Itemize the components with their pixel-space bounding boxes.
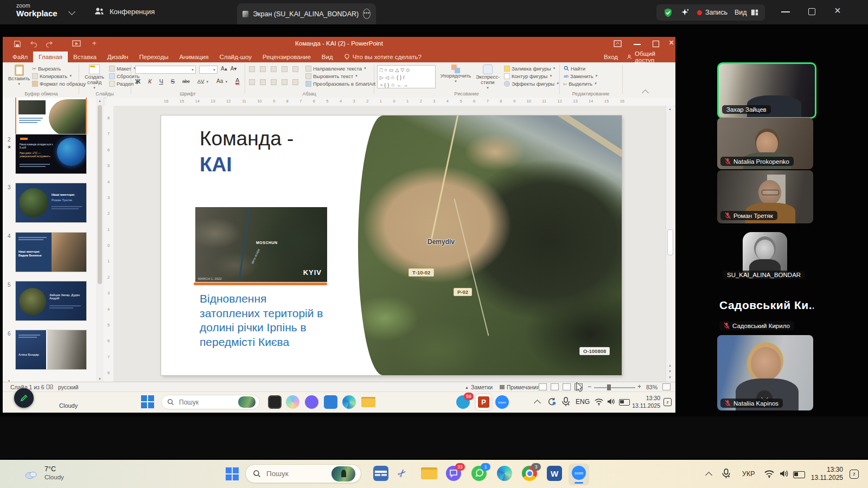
participant-video-kapinos[interactable]: Nataliia Kapinos	[717, 335, 813, 410]
new-slide-button[interactable]: Создать слайд▼	[82, 65, 107, 91]
normal-view-button[interactable]	[539, 383, 547, 390]
thumbnail-slide-4[interactable]: Наші ментори:Вадим Беленок	[15, 232, 87, 272]
shared-folder-icon[interactable]	[361, 397, 375, 407]
window-close-button[interactable]: ×	[834, 4, 841, 17]
folder-icon[interactable]	[421, 467, 437, 479]
increase-indent-button[interactable]	[282, 66, 288, 72]
inset-satellite-image[interactable]: MOSCHUN IRPIN RIVER KYIV MARCH 1, 2022	[195, 207, 327, 282]
comments-button[interactable]: Примечания	[500, 384, 540, 390]
viber-icon[interactable]: 33	[446, 466, 461, 481]
window-minimize-button[interactable]	[781, 11, 790, 12]
format-painter-button[interactable]: Формат по образцу	[32, 80, 86, 87]
tab-insert[interactable]: Вставка	[68, 52, 102, 62]
decrease-indent-button[interactable]	[271, 66, 277, 72]
tab-view[interactable]: Вид	[316, 52, 339, 62]
bold-button[interactable]: Ж	[135, 78, 141, 85]
font-name-input[interactable]: ▼	[135, 66, 196, 74]
columns-button[interactable]	[292, 79, 298, 85]
main-satellite-map[interactable]: Demydiv Т-10-02 Р-02 О-100808	[358, 115, 622, 375]
sign-in-button[interactable]: Вход	[598, 52, 623, 62]
shared-powerpoint-icon[interactable]: P	[476, 394, 492, 410]
underline-button[interactable]: Ч	[159, 78, 163, 85]
shadow-button[interactable]: abc	[182, 79, 190, 84]
vertical-ruler[interactable]: 87654321012345678	[104, 106, 114, 382]
host-weather-condition[interactable]: Cloudy	[44, 474, 64, 480]
shared-start-button[interactable]	[141, 395, 154, 408]
language-indicator[interactable]: русский	[58, 384, 79, 390]
slide-scrollbar-thumb[interactable]	[667, 229, 673, 255]
numbering-button[interactable]	[260, 66, 266, 72]
bing-daily-image[interactable]	[238, 396, 256, 408]
shared-edge-icon[interactable]	[342, 395, 356, 409]
calculator-icon[interactable]	[373, 466, 388, 481]
align-left-button[interactable]	[249, 79, 255, 85]
ppt-minimize-button[interactable]	[634, 44, 641, 45]
host-weather-temp[interactable]: 7°C	[44, 465, 56, 473]
italic-button[interactable]: К	[148, 78, 151, 85]
shared-volume-icon[interactable]	[607, 397, 616, 406]
whatsapp-icon[interactable]: 1	[471, 466, 487, 481]
thumbnail-slide-3[interactable]: Наші ментори: Роман Третяк	[15, 183, 87, 223]
copy-button[interactable]: Копировать▼	[32, 72, 86, 80]
word-icon[interactable]: W	[547, 466, 562, 481]
slide-thumbnail-panel[interactable]: 2 ★ Наша команда складається з 5 осіб На…	[3, 98, 97, 382]
zoom-app-active-pill[interactable]: zoom	[569, 464, 589, 485]
shared-mic-icon[interactable]	[561, 397, 570, 407]
edge-icon[interactable]	[497, 466, 512, 481]
host-search-box[interactable]	[245, 464, 361, 483]
tab-animations[interactable]: Анимация	[174, 52, 214, 62]
workspace-chevron-icon[interactable]	[68, 8, 75, 15]
shared-telegram-icon[interactable]: 59	[456, 395, 470, 409]
replace-button[interactable]: abЗаменить▼	[564, 72, 598, 80]
ribbon-display-icon[interactable]	[614, 40, 622, 47]
shared-notification-icon[interactable]: z	[663, 398, 672, 406]
reading-view-button[interactable]	[563, 383, 571, 390]
char-spacing-button[interactable]: A̲V̲ ▼	[197, 78, 209, 84]
shape-effects-button[interactable]: Эффекты фигуры▼	[504, 80, 559, 87]
justify-button[interactable]	[282, 79, 288, 85]
shared-tray-expand-icon[interactable]	[534, 400, 541, 407]
host-tray-expand-icon[interactable]	[705, 472, 712, 479]
shared-viber-icon[interactable]	[305, 395, 318, 409]
strikethrough-button[interactable]: S	[171, 78, 175, 85]
paste-button[interactable]: Вставить▼	[8, 65, 30, 87]
arrange-button[interactable]: Упорядочить▼	[440, 65, 471, 84]
shared-store-icon[interactable]	[324, 395, 337, 409]
smartart-button[interactable]: Преобразовать в SmartArt▼	[305, 80, 380, 87]
font-color-button[interactable]: A	[235, 78, 239, 85]
shared-copilot-icon[interactable]	[286, 395, 299, 409]
select-button[interactable]: ▻Выделить▼	[564, 80, 598, 87]
window-maximize-button[interactable]	[808, 8, 815, 15]
shared-weather-label[interactable]: Cloudy	[59, 402, 78, 409]
host-wifi-icon[interactable]	[764, 469, 775, 478]
host-search-input[interactable]	[265, 469, 327, 478]
recording-indicator[interactable]: Запись	[697, 9, 727, 16]
horizontal-ruler[interactable]: 1615141312111098765432101234567891011121…	[106, 98, 675, 106]
grow-shrink-font[interactable]: A▴A▾	[221, 66, 237, 72]
spellcheck-icon[interactable]	[46, 384, 53, 390]
ai-sparkle-icon[interactable]	[680, 8, 690, 17]
participant-video-zakhar[interactable]: Захар Зайцев	[717, 62, 816, 119]
ppt-restore-button[interactable]	[653, 41, 659, 47]
shared-wifi-icon[interactable]	[594, 397, 604, 406]
shared-battery-icon[interactable]	[619, 399, 630, 406]
annotation-pencil-button[interactable]	[14, 388, 34, 408]
quick-styles-button[interactable]: Экспресс-стили▼	[473, 65, 503, 91]
shapes-gallery[interactable]: □○▭△▽◇▷◁☆{}/~()☆←→	[377, 65, 436, 88]
view-button[interactable]: Вид	[735, 9, 758, 16]
snipping-tool-icon[interactable]: ✂	[394, 466, 410, 481]
line-spacing-button[interactable]	[292, 66, 298, 72]
shape-outline-button[interactable]: Контур фигуры▼	[504, 72, 559, 80]
slide-scrollbar[interactable]: ▲ ▲▼▼	[666, 106, 674, 382]
shared-taskview-icon[interactable]	[268, 395, 282, 409]
participant-video-tretiak[interactable]: Роман Третяк	[717, 170, 813, 223]
bing-daily-image[interactable]	[331, 466, 355, 481]
chrome-icon[interactable]: 3	[522, 466, 537, 481]
slide-body-text[interactable]: Відновлення затоплених територій в долин…	[200, 292, 326, 349]
align-right-button[interactable]	[271, 79, 277, 85]
shared-search-box[interactable]	[161, 395, 260, 409]
zoom-slider-handle[interactable]	[607, 384, 611, 390]
zoom-out-button[interactable]: −	[588, 383, 591, 390]
ppt-close-button[interactable]: ×	[669, 38, 674, 48]
slide-title-line1[interactable]: Команда -	[200, 127, 293, 150]
